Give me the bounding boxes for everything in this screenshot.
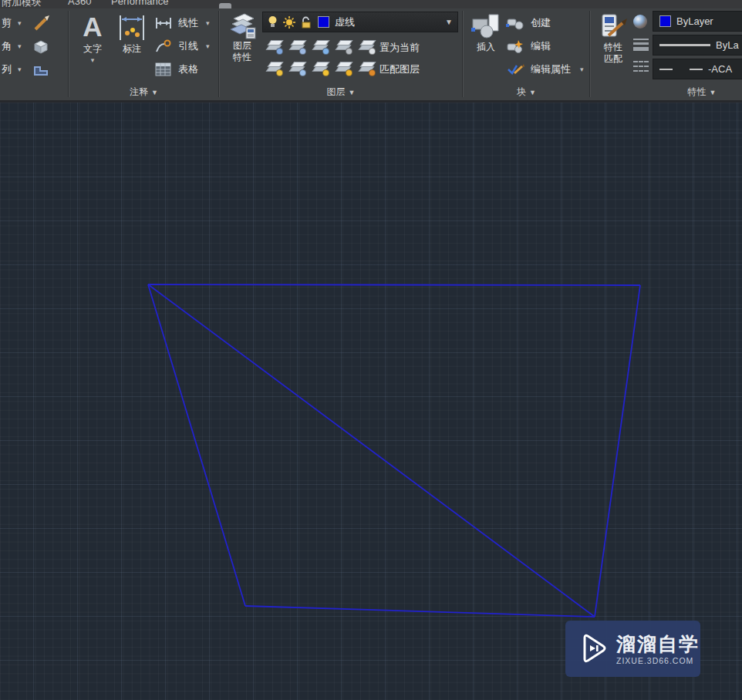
match-properties-button[interactable]: 特性 匹配 bbox=[595, 11, 631, 85]
chevron-down-icon: ▼ bbox=[349, 89, 356, 96]
lineweight-dropdown[interactable]: ByLa bbox=[653, 35, 742, 56]
layer-on-bulb-icon bbox=[268, 15, 278, 29]
watermark-subtitle: zixue.3d66.com bbox=[616, 656, 700, 665]
lineweight-value: ByLa bbox=[716, 39, 739, 51]
dimension-button-label: 标注 bbox=[123, 43, 141, 55]
chevron-down-icon[interactable]: ▾ bbox=[18, 66, 22, 73]
dimension-icon bbox=[116, 12, 147, 43]
layer-match-icon[interactable] bbox=[358, 59, 376, 76]
linear-label: 线性 bbox=[178, 16, 198, 30]
tab-addins[interactable]: 附加模块 bbox=[2, 0, 42, 8]
ribbon: 剪 ▾ 角 ▾ 列 ▾ A 文字 ▾ bbox=[0, 8, 742, 100]
ribbon-minimize-icon[interactable] bbox=[219, 3, 231, 8]
fillet-split-button[interactable]: 角 ▾ bbox=[0, 37, 66, 56]
leader-label: 引线 bbox=[178, 39, 198, 53]
chevron-down-icon: ▼ bbox=[710, 89, 717, 96]
explode-box-icon[interactable] bbox=[31, 37, 51, 56]
leader-button[interactable]: 引线 ▾ bbox=[154, 37, 210, 56]
annotation-panel-title[interactable]: 注释▼ bbox=[69, 86, 218, 99]
layer-off-icon[interactable] bbox=[265, 38, 283, 55]
color-dropdown[interactable]: ByLayer bbox=[653, 11, 742, 32]
match-properties-icon bbox=[598, 12, 629, 42]
layer-set-current-icon[interactable] bbox=[358, 38, 376, 55]
array-label: 列 bbox=[2, 62, 12, 76]
linetype-dropdown[interactable]: -ACA bbox=[653, 59, 742, 79]
layer-panel-title[interactable]: 图层▼ bbox=[220, 86, 462, 99]
insert-block-button[interactable]: 插入 bbox=[467, 11, 504, 85]
table-label: 表格 bbox=[178, 62, 198, 76]
layer-properties-button[interactable]: 图层 特性 bbox=[224, 11, 260, 85]
panel-separator bbox=[462, 11, 464, 97]
layer-unisolate-icon[interactable] bbox=[288, 59, 306, 76]
linetype-list-icon[interactable] bbox=[633, 61, 649, 75]
layer-lock-icon[interactable] bbox=[335, 38, 352, 55]
panel-separator bbox=[589, 11, 591, 97]
chevron-down-icon[interactable]: ▾ bbox=[206, 42, 210, 50]
layer-freeze-icon[interactable] bbox=[312, 38, 329, 55]
transparency-sphere-icon[interactable] bbox=[633, 15, 647, 29]
layer-tools-row-2 bbox=[265, 59, 376, 76]
match-properties-label: 特性 bbox=[604, 42, 622, 53]
layer-tools-row-1 bbox=[265, 38, 376, 55]
linetype-preview bbox=[690, 69, 703, 70]
trim-label: 剪 bbox=[2, 16, 12, 30]
chevron-down-icon[interactable]: ▾ bbox=[18, 19, 22, 27]
table-button[interactable]: 表格 bbox=[154, 60, 198, 79]
layer-unlock-icon[interactable] bbox=[335, 59, 352, 76]
linear-dimension-icon bbox=[154, 16, 173, 30]
watermark-title: 溜溜自学 bbox=[616, 633, 700, 655]
layer-properties-label: 图层 bbox=[233, 40, 251, 52]
layer-unlock-icon bbox=[301, 16, 312, 29]
edit-block-icon bbox=[506, 39, 524, 53]
text-button-label: 文字 bbox=[83, 43, 102, 55]
lineweight-list-icon[interactable] bbox=[633, 39, 649, 53]
chevron-down-icon[interactable]: ▼ bbox=[442, 18, 453, 26]
layer-dropdown[interactable]: 虚线 ▼ bbox=[262, 12, 458, 32]
array-split-button[interactable]: 列 ▾ bbox=[0, 60, 66, 79]
drawing-canvas[interactable]: 溜溜自学 zixue.3d66.com bbox=[0, 103, 742, 700]
text-tool-icon: A bbox=[83, 11, 102, 43]
insert-block-icon bbox=[470, 12, 501, 42]
create-block-label: 创建 bbox=[531, 16, 551, 30]
chevron-down-icon[interactable]: ▾ bbox=[206, 19, 210, 27]
panel-separator bbox=[218, 11, 220, 97]
layer-thaw-sun-icon bbox=[283, 16, 295, 29]
linetype-value: -ACA bbox=[708, 63, 732, 75]
layer-isolate-icon[interactable] bbox=[288, 38, 306, 55]
tab-a360[interactable]: A360 bbox=[68, 0, 91, 7]
layer-properties-label: 特性 bbox=[233, 52, 251, 63]
watermark: 溜溜自学 zixue.3d66.com bbox=[565, 621, 700, 677]
text-button[interactable]: A 文字 ▾ bbox=[76, 11, 110, 85]
edit-block-button[interactable]: 编辑 bbox=[506, 37, 551, 56]
edit-attributes-button[interactable]: 编辑属性 ▾ bbox=[506, 60, 584, 79]
table-icon bbox=[154, 62, 173, 76]
linear-dimension-button[interactable]: 线性 ▾ bbox=[154, 14, 210, 32]
panel-separator bbox=[68, 11, 69, 97]
edit-block-label: 编辑 bbox=[531, 39, 551, 53]
object-color-value: ByLayer bbox=[676, 15, 713, 27]
polyline-edit-icon[interactable] bbox=[31, 60, 51, 79]
layer-on-icon[interactable] bbox=[265, 59, 283, 76]
layer-thaw-icon[interactable] bbox=[312, 59, 329, 76]
lineweight-preview bbox=[659, 44, 710, 46]
object-color-swatch bbox=[659, 15, 671, 27]
chevron-down-icon[interactable]: ▾ bbox=[91, 56, 95, 64]
create-block-icon bbox=[506, 16, 524, 30]
set-current-button[interactable]: 置为当前 bbox=[379, 41, 420, 55]
tab-performance[interactable]: Performance bbox=[111, 0, 168, 7]
erase-brush-icon[interactable] bbox=[31, 14, 51, 32]
layer-color-swatch bbox=[318, 16, 329, 28]
create-block-button[interactable]: 创建 bbox=[506, 14, 551, 32]
fillet-label: 角 bbox=[2, 39, 12, 53]
chevron-down-icon[interactable]: ▾ bbox=[580, 66, 584, 73]
ribbon-tab-bar: 附加模块 A360 Performance bbox=[0, 0, 742, 8]
insert-button-label: 插入 bbox=[477, 42, 495, 53]
dimension-button[interactable]: 标注 bbox=[113, 11, 151, 85]
chevron-down-icon[interactable]: ▾ bbox=[18, 42, 22, 50]
block-panel-title[interactable]: 块▼ bbox=[464, 86, 589, 99]
match-layer-button[interactable]: 匹配图层 bbox=[379, 62, 420, 76]
trim-split-button[interactable]: 剪 ▾ bbox=[0, 14, 66, 32]
match-properties-label: 匹配 bbox=[604, 53, 622, 65]
properties-panel-title[interactable]: 特性▼ bbox=[656, 86, 742, 99]
drawn-polyline-shape bbox=[0, 103, 742, 700]
